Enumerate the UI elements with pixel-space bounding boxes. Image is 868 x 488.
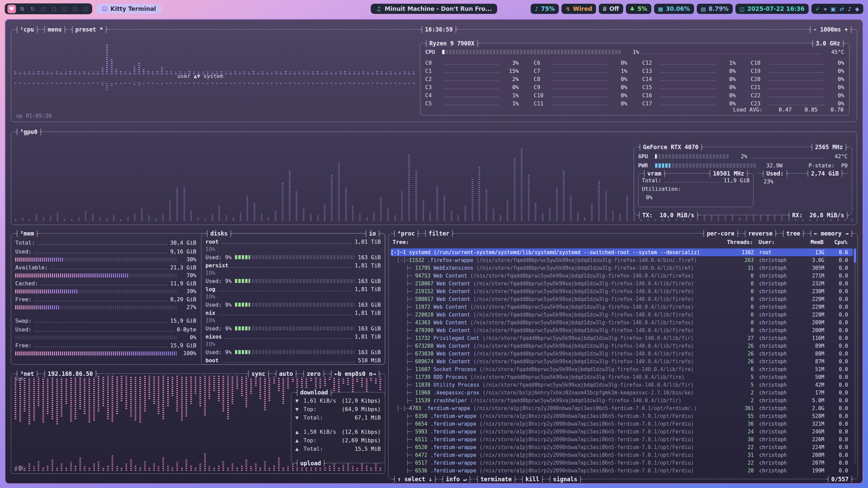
mem-value: 21,3 GiB <box>170 264 196 271</box>
column-threads[interactable]: Threads: <box>721 239 753 245</box>
column-mem[interactable]: MemB <box>796 239 824 245</box>
process-command: (/nix/store/fqadd0bprwc5yw5k99xajbdqd1dz… <box>473 359 721 365</box>
status-cpu-usage[interactable]: ♣5% <box>626 4 651 14</box>
scrollbar-thumb[interactable] <box>854 248 856 263</box>
process-row-580017[interactable]: ├─ 580017Web Content(/nix/store/fqadd0bp… <box>391 295 853 303</box>
status-disk-usage-label: 8.79% <box>709 5 729 12</box>
column-cpu[interactable]: Cpu% <box>824 239 852 245</box>
process-row-6511[interactable]: ├─ 6511.ferdium-wrappe(/nix/store/a1pj8h… <box>391 435 853 443</box>
process-user: christoph <box>754 413 797 419</box>
net-interface-selector[interactable]: ←b enp8s0 n→ <box>330 370 381 378</box>
status-area: ♪75%↯WiredɃOff♣5%▦30.06%▤8.79%◫2025-07-2… <box>531 4 863 14</box>
disks-io-toggle[interactable]: io <box>364 229 381 237</box>
process-tree-prefix: ├─ <box>391 312 415 318</box>
process-row-11972[interactable]: ├─ 11972Web Content(/nix/store/fqadd0bpr… <box>391 303 853 311</box>
workspace-ws4[interactable]: □ <box>39 5 47 13</box>
kitty-terminal-window[interactable]: ¹cpu menu preset * 16:36:59 - 1000ms + u… <box>5 19 863 484</box>
core-C3: C30% <box>425 83 519 91</box>
process-row-689674[interactable]: ├─ 689674Web Content(/nix/store/fqadd0bp… <box>391 358 853 365</box>
reverse-toggle[interactable]: reverse <box>744 229 777 237</box>
gpu-detail-box: GeForce RTX 4070 2565 MHz GPU 2% 42°C PW… <box>634 147 852 215</box>
workspace-ws5[interactable]: □ <box>50 5 58 13</box>
preset-button[interactable]: preset * <box>71 25 108 33</box>
notifications-icon[interactable]: ◆ <box>855 6 859 12</box>
process-row-41363[interactable]: ├─ 41363Web Content(/nix/store/fqadd0bpr… <box>391 319 853 326</box>
process-row-4783[interactable]: [-]─4783.ferdium-wrappe(/nix/store/a1pj8… <box>391 404 853 412</box>
terminate-button[interactable]: terminate <box>476 475 517 483</box>
process-row-479390[interactable]: ├─ 479390Web Content(/nix/store/fqadd0bp… <box>391 326 853 334</box>
process-tree-prefix: ├─ <box>391 436 415 443</box>
process-row-220028[interactable]: ├─ 220028Web Content(/nix/store/fqadd0bp… <box>391 311 853 319</box>
clipboard-icon[interactable]: ▣ <box>831 6 836 12</box>
process-threads: 0 <box>721 320 754 326</box>
prompt-icon[interactable]: » <box>824 6 827 12</box>
process-row-11839[interactable]: ├─ 11839Utility Process(/nix/store/fqadd… <box>391 381 853 389</box>
process-row-6517[interactable]: ├─ 6517.ferdium-wrappe(/nix/store/a1pj8h… <box>391 459 853 467</box>
core-C15: C150% <box>642 83 736 91</box>
process-row-11795[interactable]: ├─ 11795WebExtensions(/nix/store/fqadd0b… <box>391 264 853 272</box>
status-bluetooth[interactable]: ɃOff <box>599 4 623 14</box>
signals-button[interactable]: signals <box>548 475 582 483</box>
column-user[interactable]: User: <box>753 239 796 245</box>
window-title-pill[interactable]: ☺ Kitty Terminal <box>96 4 161 14</box>
process-command: (/nix/store/fqadd0bprwc5yw5k99xajbdqd1dz… <box>473 327 721 333</box>
process-row-6520[interactable]: ├─ 6520.ferdium-wrappe(/nix/store/a1pj8h… <box>391 443 853 451</box>
core-C16: C160% <box>642 91 736 99</box>
filter-button[interactable]: filter <box>424 229 454 237</box>
process-threads: 1302 <box>721 249 754 256</box>
process-command: (/nix/store/a1pj8hxirp2y2090nbwa7api3asi… <box>479 468 721 474</box>
status-volume[interactable]: ♪75% <box>531 4 559 14</box>
process-scrollbar[interactable] <box>854 248 856 464</box>
process-row-6472[interactable]: ├─ 6472.ferdium-wrappe(/nix/store/a1pj8h… <box>391 451 853 459</box>
process-row-219152[interactable]: ├─ 219152Web Content(/nix/store/fqadd0bp… <box>391 287 853 295</box>
tree-toggle[interactable]: tree <box>782 229 805 237</box>
process-cpu: 0.0 <box>824 257 853 263</box>
net-sync-toggle[interactable]: sync <box>246 370 270 378</box>
select-control[interactable]: ↑ select ↓ <box>393 475 437 483</box>
disk-size: 1,81 TiB <box>355 239 381 245</box>
status-clock[interactable]: ◫2025-07-22 16:36 <box>735 4 809 14</box>
workspace-ws6[interactable]: □ <box>60 5 68 13</box>
kill-button[interactable]: kill <box>520 475 544 483</box>
workspace-nix[interactable]: N <box>18 5 26 13</box>
process-row-1[interactable]: [-]─1systemd(/run/current-system/systemd… <box>391 248 853 256</box>
sort-column-selector[interactable]: ← memory → <box>809 229 853 237</box>
process-row-673038[interactable]: ├─ 673038Web Content(/nix/store/fqadd0bp… <box>391 350 853 358</box>
info-button[interactable]: info ↵ <box>441 475 472 483</box>
status-disk-usage[interactable]: ▤8.79% <box>697 4 733 14</box>
workspace-ws7[interactable]: □ <box>71 5 79 13</box>
process-row-5983[interactable]: ├─ 5983.ferdium-wrappe(/nix/store/a1pj8h… <box>391 428 853 435</box>
process-row-218067[interactable]: ├─ 218067Web Content(/nix/store/fqadd0bp… <box>391 280 853 287</box>
process-pid: 6350 <box>415 413 427 419</box>
mem-value: 30,4 GiB <box>170 240 196 246</box>
process-name: Web Content <box>436 327 470 333</box>
gpu-power-row: PWR 32.9W P-state: P0 <box>638 161 848 170</box>
keyboard-layout-icon[interactable]: ⇄ <box>840 6 844 12</box>
process-row-11968[interactable]: ├─ 11968.keepassxc-prox(/nix/store/bslpj… <box>391 389 853 396</box>
audio-icon[interactable]: ♪ <box>848 6 851 12</box>
process-row-11539[interactable]: ├─ 11539crashhelper(/nix/store/fqadd0bpr… <box>391 396 853 404</box>
menu-button[interactable]: menu <box>43 25 66 33</box>
net-zero-toggle[interactable]: zero <box>302 370 325 378</box>
process-row-673288[interactable]: ├─ 673288Web Content(/nix/store/fqadd0bp… <box>391 342 853 350</box>
workspace-refresh[interactable]: ↻ <box>28 5 37 13</box>
net-auto-toggle[interactable]: auto <box>274 370 298 378</box>
status-network[interactable]: ↯Wired <box>561 4 596 14</box>
check-icon[interactable]: ✓ <box>815 6 820 12</box>
process-row-11607[interactable]: ├─ 11607Socket Process(/nix/store/fqadd0… <box>391 365 853 373</box>
process-row-11732[interactable]: ├─ 11732Privileged Cont(/nix/store/fqadd… <box>391 334 853 342</box>
process-row-6536[interactable]: ├─ 6536.ferdium-wrappe(/nix/store/a1pj8h… <box>391 467 853 473</box>
process-row-6350[interactable]: ├─ 6350.ferdium-wrappe(/nix/store/a1pj8h… <box>391 412 853 420</box>
process-row-6654[interactable]: ├─ 6654.ferdium-wrappe(/nix/store/a1pj8h… <box>391 420 853 428</box>
column-tree[interactable]: Tree: <box>393 239 721 245</box>
status-memory-usage[interactable]: ▦30.06% <box>654 4 694 14</box>
media-player-pill[interactable]: ♫ Minuit Machine - Don't Run Fro... <box>371 4 497 14</box>
per-core-toggle[interactable]: per-core <box>702 229 739 237</box>
update-interval-control[interactable]: - 1000ms + <box>808 25 853 33</box>
workspace-heart[interactable]: ♥ <box>7 5 16 13</box>
workspace-ws8[interactable]: □ <box>81 5 90 13</box>
process-row-11532[interactable]: [-]─11532.firefox-wrappe(/nix/store/fqad… <box>391 256 853 264</box>
process-name: Privileged Cont <box>433 335 479 341</box>
process-row-94753[interactable]: ├─ 94753Web Content(/nix/store/fqadd0bpr… <box>391 272 853 280</box>
process-row-11739[interactable]: ├─ 11739RDD Process(/nix/store/fqadd0bpr… <box>391 373 853 381</box>
